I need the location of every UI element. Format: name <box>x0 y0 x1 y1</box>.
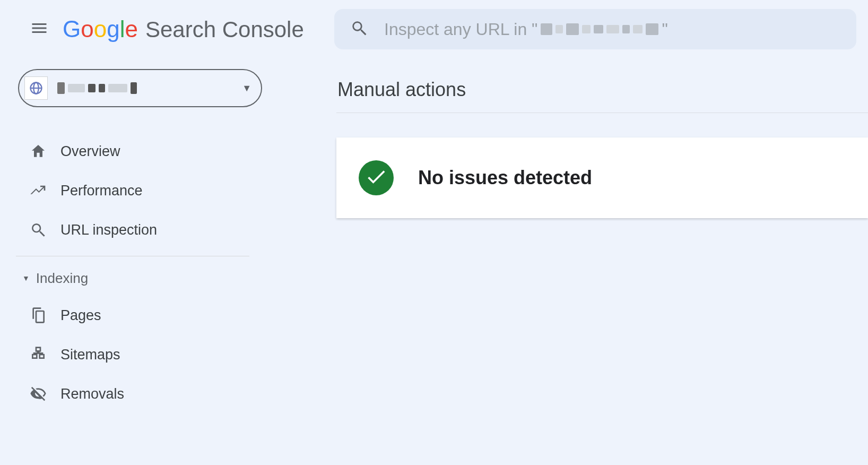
property-selector[interactable]: ▼ <box>18 69 262 107</box>
search-icon <box>350 19 384 39</box>
sidebar-item-label: Sitemaps <box>60 347 120 363</box>
sidebar: ▼ Overview Performance URL inspection ▼ … <box>0 69 318 414</box>
caret-down-icon: ▼ <box>22 274 30 282</box>
search-icon <box>30 221 55 238</box>
section-label: Indexing <box>36 270 88 287</box>
check-icon <box>364 165 388 191</box>
hamburger-icon <box>30 19 49 40</box>
sidebar-item-label: Pages <box>60 307 101 324</box>
home-icon <box>30 143 55 160</box>
sidebar-nav: Overview Performance URL inspection ▼ In… <box>0 132 318 414</box>
chevron-down-icon: ▼ <box>242 83 251 94</box>
sidebar-item-performance[interactable]: Performance <box>0 171 318 210</box>
sidebar-item-overview[interactable]: Overview <box>0 132 318 171</box>
google-wordmark: Google <box>63 16 138 42</box>
page-title: Manual actions <box>336 79 868 113</box>
app-title: Search Console <box>145 17 304 42</box>
main-content: Manual actions No issues detected <box>336 79 868 218</box>
sidebar-section-indexing[interactable]: ▼ Indexing <box>0 261 318 296</box>
sidebar-item-sitemaps[interactable]: Sitemaps <box>0 335 318 374</box>
main-menu-button[interactable] <box>28 18 51 41</box>
product-logo[interactable]: Google Search Console <box>63 16 304 42</box>
status-text: No issues detected <box>418 167 592 189</box>
redacted-property-name <box>541 23 658 35</box>
sidebar-item-url-inspection[interactable]: URL inspection <box>0 210 318 249</box>
trending-up-icon <box>30 182 55 199</box>
manual-actions-status-card: No issues detected <box>336 137 868 218</box>
globe-icon <box>24 76 48 100</box>
pages-icon <box>30 307 55 324</box>
app-header: Google Search Console Inspect any URL in… <box>0 0 868 58</box>
sidebar-item-pages[interactable]: Pages <box>0 296 318 335</box>
sidebar-item-label: URL inspection <box>60 222 157 238</box>
visibility-off-icon <box>30 385 55 402</box>
sidebar-divider <box>16 256 249 256</box>
url-inspect-search[interactable]: Inspect any URL in " " <box>334 9 856 49</box>
sidebar-item-label: Performance <box>60 183 143 199</box>
sitemap-icon <box>30 346 55 363</box>
search-placeholder: Inspect any URL in " " <box>384 20 668 39</box>
sidebar-item-label: Removals <box>60 386 124 402</box>
sidebar-item-removals[interactable]: Removals <box>0 374 318 414</box>
status-badge <box>359 160 394 195</box>
redacted-property-name <box>57 82 242 94</box>
sidebar-item-label: Overview <box>60 143 120 160</box>
